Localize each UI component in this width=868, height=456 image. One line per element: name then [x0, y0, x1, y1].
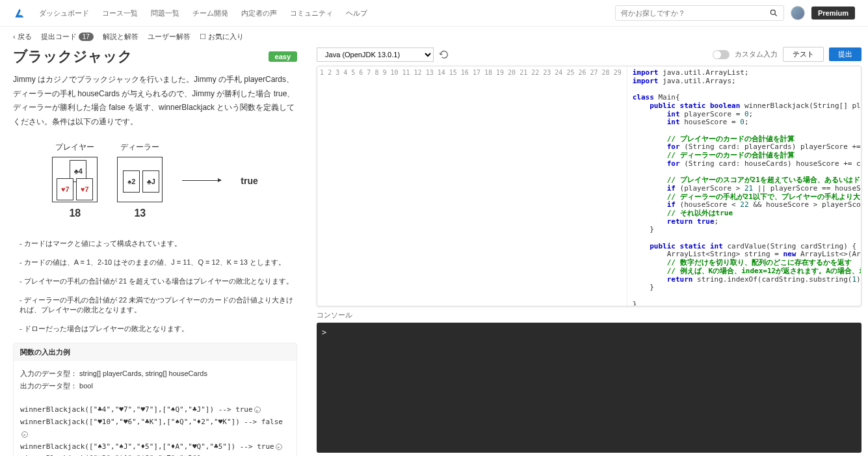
player-sum: 18 — [52, 208, 98, 219]
explanation-tab[interactable]: 解説と解答 — [103, 32, 138, 42]
submit-code-tab[interactable]: 提出コード 17 — [41, 32, 94, 42]
rule-item: - カードはマークと値によって構成されています。 — [20, 239, 297, 248]
language-select[interactable]: Java (OpenJDK 13.0.1) — [317, 47, 434, 62]
avatar[interactable] — [791, 6, 805, 20]
dealer-label: ディーラー — [117, 142, 163, 153]
arrow-icon — [182, 180, 221, 181]
nav-courses[interactable]: コース一覧 — [102, 8, 138, 18]
premium-button[interactable]: Premium — [811, 7, 855, 20]
problem-description: Jimmy はカジノでブラックジャックを行いました。Jimmy の手札 play… — [13, 73, 297, 129]
rules-list: - カードはマークと値によって構成されています。 - カードの値は、A = 1、… — [20, 239, 297, 334]
io-output-type: 出力のデータ型： bool — [20, 380, 290, 392]
search-icon[interactable] — [769, 8, 778, 18]
line-gutter: 1 2 3 4 5 6 7 8 9 10 11 12 13 14 15 16 1… — [317, 66, 627, 306]
console-prompt: > — [322, 328, 326, 337]
test-button[interactable]: テスト — [783, 47, 824, 62]
top-bar: ダッシュボード コース一覧 問題一覧 チーム開発 内定者の声 コミュニティ ヘル… — [0, 0, 868, 27]
svg-line-1 — [775, 14, 777, 16]
cards-diagram: プレイヤー ♣4 ♥7 ♥7 18 ディーラー ♠2 ♣J 13 true — [13, 142, 297, 219]
nav-community[interactable]: コミュニティ — [290, 8, 333, 18]
io-header: 関数の入出力例 — [14, 343, 296, 361]
dealer-sum: 13 — [117, 208, 163, 219]
custom-input-toggle[interactable] — [713, 50, 730, 59]
example-row: winnerBlackjack(["♥2","♣A","♣8","♥7","♥3… — [20, 453, 290, 456]
play-icon[interactable] — [254, 407, 261, 413]
search-input[interactable] — [621, 9, 765, 17]
submit-button[interactable]: 提出 — [829, 47, 861, 61]
nav-problems[interactable]: 問題一覧 — [151, 8, 179, 18]
editor-panel: Java (OpenJDK 13.0.1) カスタム入力 テスト 提出 1 2 … — [310, 47, 868, 456]
player-cards: ♣4 ♥7 ♥7 — [52, 157, 98, 202]
example-row: winnerBlackjack(["♥10","♥6","♣K"],["♠Q",… — [20, 416, 290, 440]
example-row: winnerBlackjack(["♣4","♥7","♥7"],["♠Q","… — [20, 404, 290, 416]
diagram-result: true — [241, 176, 257, 186]
logo-icon[interactable] — [13, 7, 26, 20]
player-label: プレイヤー — [52, 142, 98, 153]
problem-panel: ブラックジャック easy Jimmy はカジノでブラックジャックを行いました。… — [0, 47, 310, 456]
rule-item: - ディーラーの手札の合計値が 22 未満でかつプレイヤーのカードの合計値より大… — [20, 295, 297, 315]
user-answers-tab[interactable]: ユーザー解答 — [148, 32, 191, 42]
nav-dashboard[interactable]: ダッシュボード — [39, 8, 89, 18]
nav-voices[interactable]: 内定者の声 — [241, 8, 277, 18]
custom-input-label: カスタム入力 — [735, 49, 778, 59]
submit-count-badge: 17 — [79, 33, 94, 41]
svg-point-0 — [770, 10, 775, 14]
favorite-toggle[interactable]: ☐ お気に入り — [200, 32, 244, 42]
sub-nav: ‹ 戻る 提出コード 17 解説と解答 ユーザー解答 ☐ お気に入り — [0, 27, 868, 47]
rule-item: - カードの値は、A = 1、2-10 はそのままの値、J = 11、Q = 1… — [20, 258, 297, 267]
nav-team[interactable]: チーム開発 — [192, 8, 228, 18]
rule-item: - プレイヤーの手札の合計値が 21 を超えている場合はプレイヤーの敗北となりま… — [20, 276, 297, 286]
back-link[interactable]: ‹ 戻る — [13, 32, 32, 42]
search-box[interactable] — [615, 5, 784, 21]
play-icon[interactable] — [276, 444, 282, 450]
code-area[interactable]: import java.util.ArrayList; import java.… — [627, 66, 861, 306]
editor-toolbar: Java (OpenJDK 13.0.1) カスタム入力 テスト 提出 — [317, 47, 861, 62]
console-output[interactable]: > — [317, 323, 861, 453]
play-icon[interactable] — [21, 431, 28, 438]
io-section: 関数の入出力例 入力のデータ型： string[] playerCards, s… — [13, 343, 297, 456]
problem-title: ブラックジャック — [13, 47, 133, 66]
reload-icon[interactable] — [439, 49, 449, 60]
nav-help[interactable]: ヘルプ — [346, 8, 367, 18]
example-row: winnerBlackjack(["♠3","♠J","♦5"],["♦A","… — [20, 441, 290, 453]
code-editor[interactable]: 1 2 3 4 5 6 7 8 9 10 11 12 13 14 15 16 1… — [317, 66, 861, 306]
rule-item: - ドローだった場合はプレイヤーの敗北となります。 — [20, 324, 297, 334]
console-label: コンソール — [317, 310, 861, 320]
difficulty-badge: easy — [269, 51, 297, 62]
io-input-type: 入力のデータ型： string[] playerCards, string[] … — [20, 368, 290, 380]
main-nav: ダッシュボード コース一覧 問題一覧 チーム開発 内定者の声 コミュニティ ヘル… — [39, 8, 615, 18]
dealer-cards: ♠2 ♣J — [117, 157, 163, 202]
